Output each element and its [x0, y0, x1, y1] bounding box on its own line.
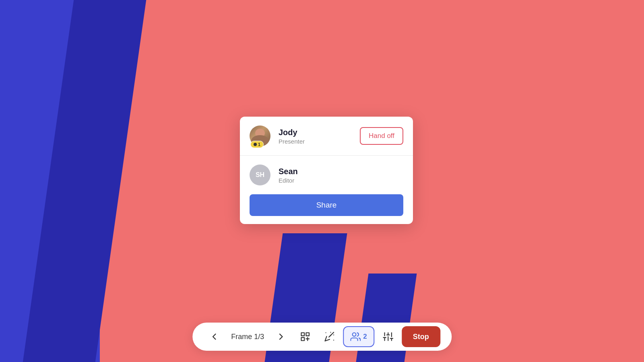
back-button[interactable] — [204, 326, 225, 347]
bottom-toolbar: Frame 1/3 — [192, 323, 452, 351]
jody-row: 1 Jody Presenter Hand off — [240, 117, 413, 155]
sliders-icon — [383, 331, 393, 342]
frame-label: Frame 1/3 — [228, 333, 267, 341]
jody-role: Presenter — [279, 138, 353, 145]
svg-rect-0 — [301, 333, 305, 336]
participants-button[interactable]: 2 — [343, 326, 374, 347]
sean-name: Sean — [279, 167, 403, 176]
hand-off-button[interactable]: Hand off — [360, 127, 403, 145]
sean-role: Editor — [279, 177, 403, 184]
svg-rect-1 — [306, 333, 309, 336]
arrow-right-icon — [276, 331, 286, 342]
badge-dot — [254, 143, 257, 146]
share-button[interactable]: Share — [250, 194, 403, 216]
sean-info: Sean Editor — [279, 167, 403, 184]
celebrate-button[interactable] — [319, 326, 340, 347]
participants-popup: 1 Jody Presenter Hand off SH Sean Editor… — [240, 117, 413, 224]
jody-avatar-wrapper: 1 — [250, 125, 272, 146]
layout-button[interactable] — [295, 326, 316, 347]
arrow-left-icon — [209, 331, 219, 342]
sean-row: SH Sean Editor — [240, 155, 413, 194]
party-icon — [324, 331, 334, 342]
forward-button[interactable] — [270, 326, 291, 347]
sean-avatar-wrapper: SH — [250, 165, 272, 185]
jody-name: Jody — [279, 128, 353, 137]
sean-avatar: SH — [250, 165, 270, 185]
grid-icon — [300, 331, 310, 342]
svg-point-5 — [353, 333, 356, 336]
stop-button[interactable]: Stop — [402, 326, 440, 347]
participants-count: 2 — [363, 333, 367, 341]
settings-button[interactable] — [378, 326, 398, 347]
badge-number: 1 — [258, 142, 260, 147]
svg-rect-2 — [301, 337, 305, 341]
jody-info: Jody Presenter — [279, 128, 353, 145]
people-icon — [350, 331, 361, 342]
jody-badge: 1 — [250, 141, 264, 148]
